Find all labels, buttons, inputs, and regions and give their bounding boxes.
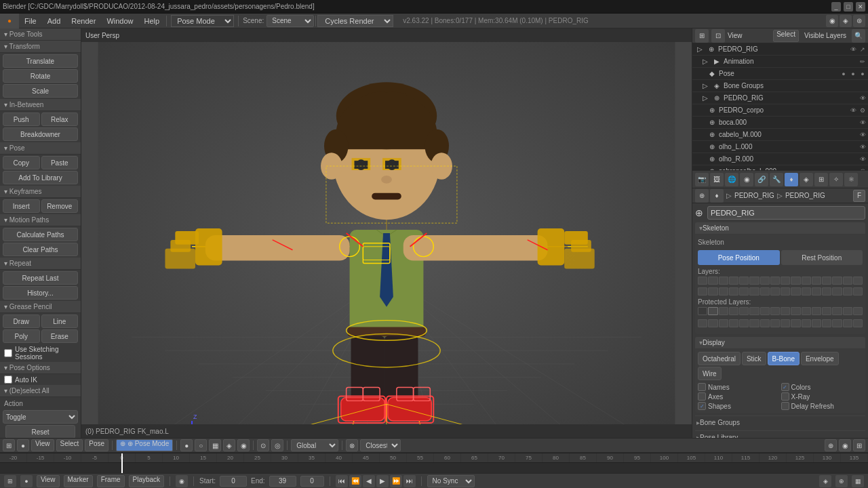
repeat-last-btn[interactable]: Repeat Last	[3, 271, 78, 285]
menu-window[interactable]: Window	[101, 14, 138, 28]
prot-layer-22[interactable]	[760, 319, 770, 327]
props-icon-world[interactable]: 🌐	[725, 173, 738, 186]
vis-icon[interactable]: 👁	[859, 119, 867, 126]
status-icon-r3[interactable]: ▦	[852, 475, 864, 487]
sync-select[interactable]: No Sync AV-sync	[427, 475, 475, 487]
minimize-btn[interactable]: _	[831, 2, 841, 12]
erase-btn[interactable]: Erase	[41, 329, 79, 343]
display-bbone-btn[interactable]: B-Bone	[768, 352, 800, 365]
x-ray-check[interactable]	[781, 392, 789, 401]
menu-file[interactable]: File	[19, 14, 42, 28]
bone-groups-collapsed[interactable]: Bone Groups	[695, 415, 865, 429]
end-frame-input[interactable]	[269, 476, 296, 487]
render-engine-select[interactable]: Blender Render Cycles Render Blender Gam…	[317, 15, 393, 27]
vis-icon[interactable]: 👁	[859, 144, 867, 150]
prot-layer-9[interactable]	[791, 307, 800, 315]
layer-11[interactable]	[812, 277, 821, 285]
layer-0[interactable]	[698, 277, 707, 285]
auto-ik-check[interactable]	[4, 375, 12, 384]
layer-8[interactable]	[781, 277, 790, 285]
snap-select[interactable]: Closest Center	[360, 439, 401, 451]
outliner-icon-1[interactable]: ⊞	[695, 29, 709, 43]
props-icon-physics[interactable]: ⚛	[844, 173, 858, 186]
prot-layer-15[interactable]	[853, 307, 863, 315]
insert-btn[interactable]: Insert	[3, 199, 40, 213]
layer-23[interactable]	[770, 287, 780, 296]
display-envelope-btn[interactable]: Envelope	[801, 352, 839, 365]
play-end-btn[interactable]: ⏭	[403, 475, 416, 487]
timeline-playhead[interactable]	[121, 453, 123, 473]
remove-btn[interactable]: Remove	[41, 199, 79, 213]
outliner-item-pedro-rig-root[interactable]: ▷ ⊕ PEDRO_RIG 👁 ↗	[692, 43, 868, 56]
line-btn[interactable]: Line	[41, 314, 79, 328]
layer-31[interactable]	[853, 287, 863, 296]
pose-tools-section[interactable]: Pose Tools	[0, 28, 81, 41]
outliner-icon-2[interactable]: ⊡	[711, 29, 725, 43]
prot-layer-24[interactable]	[781, 319, 790, 327]
layer-25[interactable]	[791, 287, 800, 296]
editor-mode-select[interactable]: Object Mode Edit Mode Pose Mode	[171, 15, 234, 27]
prot-layer-3[interactable]	[729, 307, 738, 315]
outliner-item-cabelo[interactable]: ⊕ cabelo_M.000 👁	[692, 129, 868, 141]
push-btn[interactable]: Push	[3, 113, 40, 126]
bt-shading-material[interactable]: ◈	[223, 439, 235, 451]
repeat-section[interactable]: Repeat	[0, 258, 81, 270]
bt-shading-solid[interactable]: ●	[180, 439, 193, 451]
outliner-item-olho-r[interactable]: ⊕ olho_R.000 👁	[692, 153, 868, 165]
layer-1[interactable]	[708, 277, 717, 285]
marker-btn[interactable]: Marker	[64, 475, 93, 487]
play-prev-btn[interactable]: ⏪	[349, 475, 361, 487]
layer-12[interactable]	[822, 277, 831, 285]
layer-10[interactable]	[802, 277, 811, 285]
layer-18[interactable]	[719, 287, 728, 296]
play-forward-btn[interactable]: ▶	[376, 475, 389, 487]
outliner-item-bone-groups[interactable]: ▷ ◈ Bone Groups	[692, 80, 868, 92]
relax-btn[interactable]: Relax	[41, 113, 79, 126]
layer-14[interactable]	[843, 277, 852, 285]
prot-layer-31[interactable]	[853, 319, 863, 327]
viewport[interactable]: User Persp	[81, 28, 692, 438]
layer-20[interactable]	[739, 287, 749, 296]
status-icon-1[interactable]: ⊞	[4, 475, 16, 487]
prot-layer-12[interactable]	[822, 307, 831, 315]
prot-layer-18[interactable]	[719, 319, 728, 327]
motion-paths-section[interactable]: Motion Paths	[0, 214, 81, 226]
record-icon[interactable]: ◉	[176, 475, 188, 487]
rest-position-btn[interactable]: Rest Position	[781, 250, 863, 265]
vis-icon[interactable]: 👁	[849, 46, 857, 53]
layer-3[interactable]	[729, 277, 738, 285]
pose-options-section[interactable]: Pose Options	[0, 362, 81, 374]
bt-icon-right-3[interactable]: ⊞	[853, 439, 865, 451]
sel-icon[interactable]: ↗	[859, 46, 867, 53]
bt-perspective[interactable]: ⊙	[257, 439, 269, 451]
props-nav-icon-2[interactable]: ♦	[710, 189, 724, 203]
icon-btn-1[interactable]: ◉	[826, 15, 838, 27]
prot-layer-26[interactable]	[802, 319, 811, 327]
prot-layer-19[interactable]	[729, 319, 738, 327]
clear-paths-btn[interactable]: Clear Paths	[3, 243, 78, 256]
props-f-btn[interactable]: F	[853, 190, 865, 202]
pose-mode-btn[interactable]: ⊕ ⊕ Pose Mode	[116, 439, 173, 451]
transform-section[interactable]: Transform	[0, 41, 81, 53]
shapes-check[interactable]	[698, 402, 706, 410]
outliner-item-olho-l[interactable]: ⊕ olho_L.000 👁	[692, 141, 868, 153]
prot-layer-6[interactable]	[760, 307, 770, 315]
close-btn[interactable]: ✕	[856, 2, 865, 12]
play-back-btn[interactable]: ◀	[363, 475, 375, 487]
outliner-item-pose[interactable]: ◆ Pose ● ● ●	[692, 68, 868, 80]
view-status-btn[interactable]: View	[37, 475, 60, 487]
frame-btn[interactable]: Frame	[97, 475, 125, 487]
menu-help[interactable]: Help	[139, 14, 165, 28]
viewport-canvas[interactable]: Z X Y	[81, 42, 692, 424]
prot-layer-4[interactable]	[739, 307, 749, 315]
prot-layer-8[interactable]	[781, 307, 790, 315]
display-section-header[interactable]: Display	[695, 337, 865, 348]
bt-local[interactable]: ◎	[271, 439, 283, 451]
skeleton-section-header[interactable]: Skeleton	[695, 222, 865, 234]
draw-btn[interactable]: Draw	[3, 314, 40, 328]
add-to-library-btn[interactable]: Add To Library	[3, 171, 78, 184]
search-icon[interactable]: 🔍	[852, 29, 865, 43]
props-icon-data[interactable]: ♦	[785, 173, 798, 186]
outliner-select-btn[interactable]: Select	[773, 30, 799, 42]
prot-layer-17[interactable]	[708, 319, 717, 327]
